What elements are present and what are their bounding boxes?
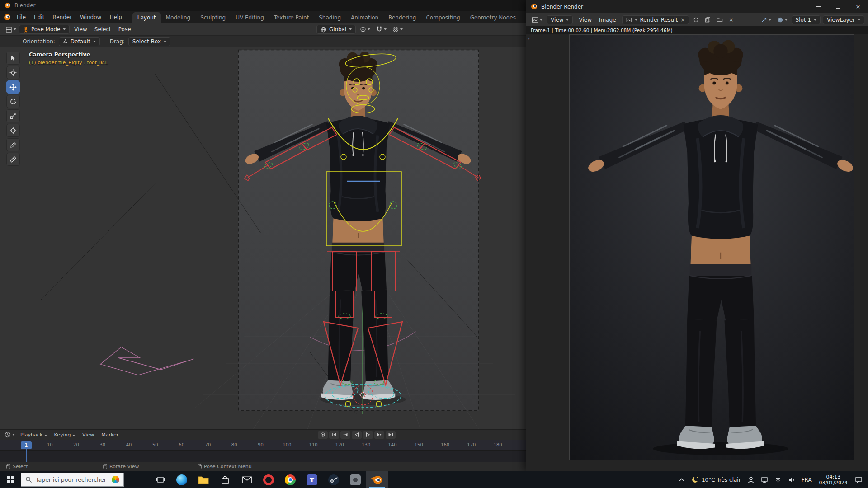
timeline-editor-type-button[interactable] <box>3 431 17 439</box>
workspace-tab[interactable]: Compositing <box>421 12 465 23</box>
weather-widget[interactable]: 10°C Très clair <box>688 476 744 483</box>
image-editor-menu-item[interactable]: Image <box>595 15 620 24</box>
pin-icon[interactable] <box>691 16 701 24</box>
drag-select[interactable]: Select Box <box>128 37 170 46</box>
prev-keyframe-button[interactable] <box>340 431 350 439</box>
viewport-menu-item[interactable]: Select <box>91 25 115 34</box>
transform-orientation-select[interactable]: Global <box>316 25 356 34</box>
orientation-select[interactable]: Default <box>59 37 100 46</box>
notification-center-button[interactable] <box>852 476 866 483</box>
menubar-item[interactable]: Help <box>105 12 126 22</box>
menubar-item[interactable]: File <box>13 12 30 22</box>
display-channels-icon[interactable] <box>775 16 789 24</box>
search-highlights-icon[interactable] <box>112 476 119 483</box>
tool-scale[interactable] <box>6 109 20 122</box>
render-slot-select[interactable]: Slot 1 <box>792 15 821 24</box>
editor-type-button[interactable] <box>530 16 544 24</box>
workspace-tab[interactable]: UV Editing <box>231 12 269 23</box>
play-reverse-button[interactable] <box>352 431 362 439</box>
play-button[interactable] <box>363 431 373 439</box>
next-keyframe-button[interactable] <box>374 431 384 439</box>
taskbar-app-store[interactable] <box>214 471 236 488</box>
menubar-item[interactable]: Edit <box>30 12 48 22</box>
new-image-icon[interactable] <box>703 16 712 24</box>
viewport-menu-item[interactable]: View <box>71 25 90 34</box>
image-editor-menu-item[interactable]: View <box>575 15 595 24</box>
tool-tweak[interactable] <box>6 52 20 65</box>
blender-logo-icon[interactable] <box>4 14 11 21</box>
workspace-tab[interactable]: Geometry Nodes <box>465 12 521 23</box>
workspace-tab[interactable]: Layout <box>132 12 161 23</box>
region-expand-icon[interactable]: › <box>528 35 530 42</box>
jump-to-start-button[interactable] <box>329 431 339 439</box>
menubar-item[interactable]: Render <box>48 12 76 22</box>
taskbar-app-file-explorer[interactable] <box>193 471 214 488</box>
mode-select[interactable]: Pose Mode <box>19 25 70 34</box>
tray-network-button[interactable] <box>771 476 785 483</box>
view-layer-select[interactable]: ViewLayer <box>823 15 864 24</box>
taskbar-search-input[interactable]: Taper ici pour rechercher <box>21 473 124 487</box>
task-view-button[interactable] <box>150 471 171 488</box>
tool-transform[interactable] <box>6 124 20 137</box>
workspace-tab[interactable]: Texture Paint <box>269 12 314 23</box>
render-window-titlebar[interactable]: Blender Render × <box>526 0 868 13</box>
workspace-tab[interactable]: Modeling <box>161 12 196 23</box>
tray-display-button[interactable] <box>758 476 771 483</box>
tray-expand-button[interactable] <box>675 477 688 483</box>
jump-to-end-button[interactable] <box>386 431 396 439</box>
viewport-scene[interactable] <box>0 47 526 429</box>
tool-rotate[interactable] <box>6 95 20 108</box>
start-button[interactable] <box>0 471 21 488</box>
mouse-middle-icon <box>103 464 107 469</box>
tool-annotate[interactable] <box>6 138 20 151</box>
tool-measure[interactable] <box>6 153 20 166</box>
workspace-tab[interactable]: Sculpting <box>195 12 231 23</box>
taskbar-app-capture[interactable] <box>344 471 366 488</box>
minimize-button[interactable] <box>808 0 828 13</box>
render-result-frame[interactable] <box>569 34 854 460</box>
timeline-menu-view[interactable]: View <box>79 431 98 439</box>
image-datablock-select[interactable]: Render Result × <box>622 15 689 24</box>
current-frame-indicator[interactable]: 1 <box>21 441 32 449</box>
workspace-tab[interactable]: Animation <box>346 12 383 23</box>
taskbar-app-chrome[interactable] <box>279 471 301 488</box>
render-view-icon[interactable] <box>759 16 773 24</box>
taskbar-clock[interactable]: 04:13 03/01/2024 <box>815 474 852 486</box>
timeline-body[interactable]: 1020304050607080901001101201301401501601… <box>0 440 526 462</box>
proportional-editing-button[interactable] <box>391 25 405 33</box>
tool-move[interactable] <box>6 80 20 94</box>
snap-magnet-button[interactable] <box>374 25 388 33</box>
auto-key-button[interactable] <box>318 431 328 439</box>
taskbar-app-edge[interactable] <box>171 471 193 488</box>
maximize-button[interactable] <box>828 0 848 13</box>
3d-viewport[interactable]: Camera Perspective (1) blender file_Rigi… <box>0 47 526 429</box>
tray-phone-link-button[interactable] <box>744 476 758 483</box>
timeline-menu-marker[interactable]: Marker <box>98 431 122 439</box>
workspace-tab[interactable]: Shading <box>314 12 346 23</box>
unlink-icon[interactable]: × <box>727 16 735 24</box>
render-result-image[interactable] <box>570 35 854 460</box>
image-mode-select[interactable]: View <box>547 15 573 24</box>
window-titlebar[interactable]: Blender <box>0 0 526 11</box>
taskbar-app-blender[interactable] <box>366 471 388 488</box>
close-button[interactable]: × <box>848 0 868 13</box>
tray-volume-button[interactable] <box>785 476 798 483</box>
timeline-menu-keying[interactable]: Keying <box>51 431 79 439</box>
pivot-point-button[interactable] <box>358 25 372 33</box>
taskbar-app-mail[interactable] <box>236 471 258 488</box>
taskbar-app-steam[interactable] <box>323 471 344 488</box>
editor-type-button[interactable] <box>4 25 18 34</box>
tool-cursor[interactable] <box>6 66 20 79</box>
taskbar-app-opera[interactable] <box>258 471 279 488</box>
workspace-tab[interactable]: Rendering <box>383 12 421 23</box>
viewport-menu-item[interactable]: Pose <box>115 25 135 34</box>
open-image-icon[interactable] <box>715 16 725 23</box>
taskbar-app-teams[interactable]: T <box>301 471 323 488</box>
menubar-item[interactable]: Window <box>76 12 105 22</box>
timeline-menu-playback[interactable]: Playback <box>17 431 51 439</box>
language-indicator[interactable]: FRA <box>798 477 815 483</box>
playhead[interactable] <box>26 449 27 462</box>
search-icon <box>25 476 32 483</box>
unlink-image-icon[interactable]: × <box>680 17 685 23</box>
status-hint-select: Select <box>6 464 28 469</box>
